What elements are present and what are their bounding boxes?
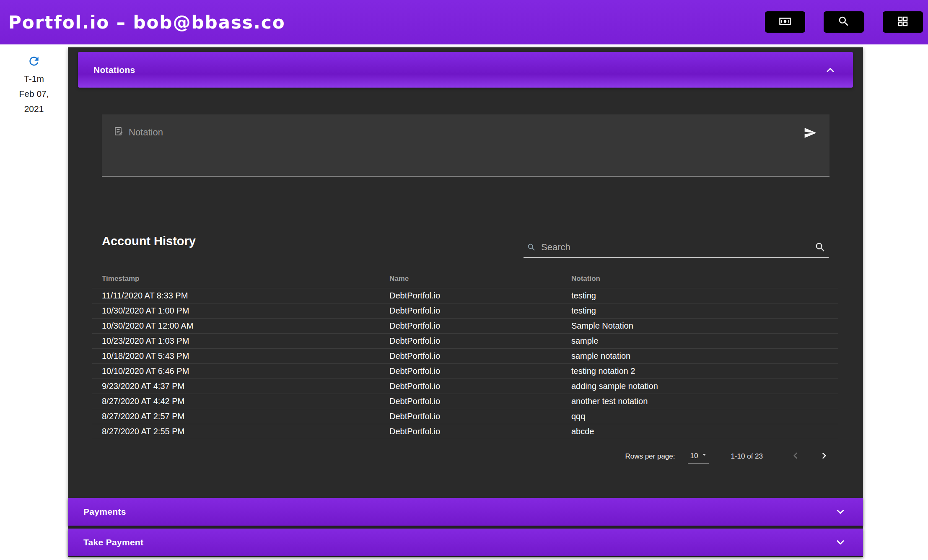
previous-page-button[interactable] — [787, 448, 804, 465]
notation-cell: testing notation 2 — [571, 366, 838, 376]
timestamp-cell: 8/27/2020 AT 2:57 PM — [102, 412, 389, 421]
search-mini-icon — [527, 243, 536, 252]
notations-accordion-header[interactable]: Notations — [78, 52, 853, 88]
table-row: 10/23/2020 AT 1:03 PM DebtPortfol.io sam… — [92, 334, 838, 349]
rows-per-page-select[interactable]: 10 — [688, 449, 709, 464]
take-payment-accordion-header[interactable]: Take Payment — [68, 529, 863, 556]
column-header-name: Name — [389, 275, 571, 283]
rows-per-page-label: Rows per page: — [625, 452, 675, 461]
timestamp-cell: 10/30/2020 AT 12:00 AM — [102, 321, 389, 331]
grid-icon — [897, 15, 909, 29]
table-pagination: Rows per page: 10 1-10 of 23 — [92, 445, 838, 468]
table-row: 10/30/2020 AT 1:00 PM DebtPortfol.io tes… — [92, 303, 838, 319]
refresh-icon[interactable] — [27, 54, 41, 68]
name-cell: DebtPortfol.io — [389, 351, 571, 361]
notation-cell: sample — [571, 336, 838, 346]
notation-cell: testing — [571, 291, 838, 301]
timestamp-cell: 10/10/2020 AT 6:46 PM — [102, 366, 389, 376]
timestamp-cell: 10/23/2020 AT 1:03 PM — [102, 336, 389, 346]
payments-accordion-title: Payments — [83, 507, 126, 517]
date-label-line1: Feb 07, — [0, 86, 68, 101]
payments-button[interactable] — [765, 11, 805, 33]
name-cell: DebtPortfol.io — [389, 412, 571, 421]
timestamp-cell: 8/27/2020 AT 4:42 PM — [102, 397, 389, 406]
name-cell: DebtPortfol.io — [389, 306, 571, 316]
account-history-title: Account History — [102, 234, 196, 248]
table-row: 9/23/2020 AT 4:37 PM DebtPortfol.io addi… — [92, 379, 838, 394]
dashboard-button[interactable] — [883, 11, 923, 33]
notation-cell: another test notation — [571, 397, 838, 406]
notation-placeholder-text: Notation — [129, 127, 163, 138]
account-history-table: Timestamp Name Notation 11/11/2020 AT 8:… — [92, 270, 838, 439]
table-row: 10/18/2020 AT 5:43 PM DebtPortfol.io sam… — [92, 349, 838, 364]
name-cell: DebtPortfol.io — [389, 321, 571, 331]
memo-icon — [114, 126, 124, 139]
timestamp-cell: 10/30/2020 AT 1:00 PM — [102, 306, 389, 316]
notation-cell: sample notation — [571, 351, 838, 361]
notation-cell: testing — [571, 306, 838, 316]
sidebar: T-1m Feb 07, 2021 — [0, 54, 68, 117]
table-row: 8/27/2020 AT 2:57 PM DebtPortfol.io qqq — [92, 409, 838, 424]
account-history-search[interactable] — [524, 237, 829, 258]
name-cell: DebtPortfol.io — [389, 427, 571, 436]
name-cell: DebtPortfol.io — [389, 291, 571, 301]
timestamp-cell: 11/11/2020 AT 8:33 PM — [102, 291, 389, 301]
name-cell: DebtPortfol.io — [389, 397, 571, 406]
app-header: Portfol.io – bob@bbass.co — [0, 0, 928, 44]
chevron-down-icon[interactable] — [835, 537, 846, 548]
send-button[interactable] — [803, 125, 818, 140]
timestamp-cell: 9/23/2020 AT 4:37 PM — [102, 381, 389, 391]
column-header-timestamp: Timestamp — [102, 275, 389, 283]
timestamp-cell: 8/27/2020 AT 2:55 PM — [102, 427, 389, 436]
notation-cell: abcde — [571, 427, 838, 436]
name-cell: DebtPortfol.io — [389, 366, 571, 376]
pagination-range-label: 1-10 of 23 — [731, 452, 763, 461]
refresh-timer-label: T-1m — [0, 71, 68, 86]
app-title: Portfol.io – bob@bbass.co — [8, 0, 285, 44]
notation-cell: qqq — [571, 412, 838, 421]
search-submit-icon[interactable] — [814, 241, 826, 253]
notation-placeholder: Notation — [114, 126, 163, 139]
notations-accordion-title: Notations — [93, 65, 135, 75]
search-icon — [837, 15, 850, 29]
chevron-up-icon[interactable] — [824, 64, 836, 76]
search-button[interactable] — [824, 11, 864, 33]
table-header-row: Timestamp Name Notation — [92, 270, 838, 288]
money-icon — [779, 15, 791, 29]
timestamp-cell: 10/18/2020 AT 5:43 PM — [102, 351, 389, 361]
payments-accordion-header[interactable]: Payments — [68, 498, 863, 526]
table-row: 10/10/2020 AT 6:46 PM DebtPortfol.io tes… — [92, 364, 838, 379]
table-row: 11/11/2020 AT 8:33 PM DebtPortfol.io tes… — [92, 288, 838, 303]
name-cell: DebtPortfol.io — [389, 381, 571, 391]
table-body: 11/11/2020 AT 8:33 PM DebtPortfol.io tes… — [92, 288, 838, 439]
main-panel: Notations Notation Acc — [68, 47, 863, 557]
date-label-line2: 2021 — [0, 101, 68, 117]
search-input[interactable] — [541, 242, 809, 253]
notation-input[interactable]: Notation — [102, 114, 829, 176]
column-header-notation: Notation — [571, 275, 838, 283]
rows-per-page-value: 10 — [690, 452, 698, 460]
chevron-left-icon — [789, 449, 802, 464]
table-row: 8/27/2020 AT 4:42 PM DebtPortfol.io anot… — [92, 394, 838, 409]
chevron-down-icon[interactable] — [835, 506, 846, 518]
notation-cell: adding sample notation — [571, 381, 838, 391]
name-cell: DebtPortfol.io — [389, 336, 571, 346]
next-page-button[interactable] — [816, 448, 832, 465]
table-row: 8/27/2020 AT 2:55 PM DebtPortfol.io abcd… — [92, 424, 838, 439]
table-row: 10/30/2020 AT 12:00 AM DebtPortfol.io Sa… — [92, 319, 838, 334]
notation-cell: Sample Notation — [571, 321, 838, 331]
take-payment-accordion-title: Take Payment — [83, 537, 143, 547]
chevron-right-icon — [818, 449, 830, 464]
page: Portfol.io – bob@bbass.co — [0, 0, 928, 560]
caret-down-icon — [700, 451, 708, 461]
